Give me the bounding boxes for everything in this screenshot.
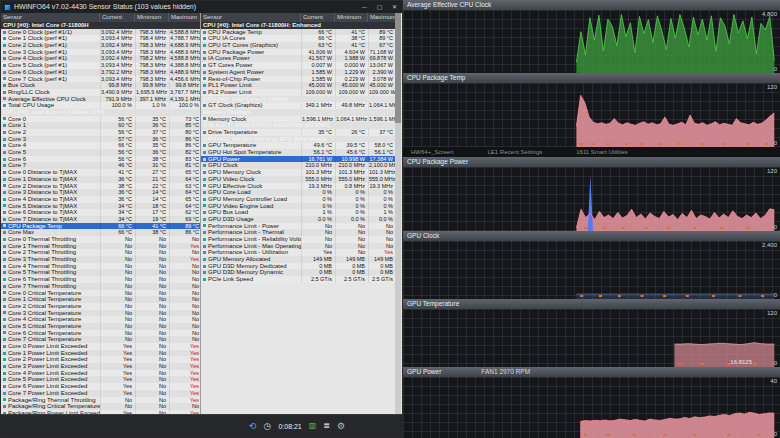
background-window-titlebar[interactable]: HW64+_Screen LE1 Recent Settings 1611 Sm…	[403, 147, 780, 157]
sensor-row[interactable]: Core 556 °C36 °C82 °C	[1, 149, 200, 156]
sensor-row[interactable]: Performance Limit - Max Operating Voltag…	[201, 243, 395, 250]
sensor-row[interactable]: Rest-of-Chip Power1.585 W0.229 W3.078 W	[201, 76, 395, 83]
minimize-button[interactable]: ─	[357, 1, 372, 13]
sensor-row[interactable]: Core 6 Thermal ThrottlingNoNoNo	[1, 276, 200, 283]
column-header-minimum[interactable]: Minimum	[335, 13, 368, 22]
sensor-row[interactable]: GPU Hot Spot Temperature56.1 °C45.6 °C56…	[201, 149, 395, 156]
sensor-row[interactable]: Core 7 Power Limit ExceededYesNoYes	[1, 390, 200, 397]
sensor-row[interactable]: Core 2 Critical TemperatureNoNoNo	[1, 303, 200, 310]
sensor-section-header[interactable]: CPU [#0]: Intel Core i7-11800H	[201, 96, 395, 103]
sensor-row[interactable]: GPU Video Clock555.0 MHz555.0 MHz555.0 M…	[201, 176, 395, 183]
sensor-row[interactable]: System Agent Power1.585 W1.229 W2.390 W	[201, 69, 395, 76]
sensor-section-header[interactable]: S.M.A.R.T.: ES00.5TO1G-EN2ETWN (BF2507)	[201, 122, 395, 129]
sensor-section-header[interactable]: CPU [#0]: Intel Core i7-11800H: Enhanced	[201, 22, 395, 29]
sensor-row[interactable]: Core 3 Distance to TjMAX36 °C14 °C64 °C	[1, 189, 200, 196]
sensor-row[interactable]: Core 1 Power Limit ExceededYesNoYes	[1, 350, 200, 357]
sensor-row[interactable]: Core 656 °C38 °C83 °C	[1, 156, 200, 163]
sensor-row[interactable]: Performance Limit - Reliability VoltageN…	[201, 236, 395, 243]
column-header-current[interactable]: Current	[301, 13, 335, 22]
sensor-row[interactable]: CPU GT Cores (Graphics)63 °C41 °C67 °C	[201, 42, 395, 49]
sensor-row[interactable]: PCIe Link Speed2.5 GT/s2.5 GT/s2.5 GT/s	[201, 276, 395, 283]
sensor-row[interactable]: GT Clock (Graphics)349.1 MHz49.8 MHz1,06…	[201, 102, 395, 109]
sensor-row[interactable]: Core 2 Power Limit ExceededYesNoYes	[1, 356, 200, 363]
sensor-row[interactable]: Core 357 °C36 °C86 °C	[1, 136, 200, 143]
reset-values-icon[interactable]: ⟲	[249, 415, 257, 437]
graph-titlebar[interactable]: CPU Package Power	[403, 157, 780, 167]
sensor-row[interactable]: GPU Clock210.0 MHz210.0 MHz2,100.0 MHz	[201, 162, 395, 169]
maximize-button[interactable]: ▢	[372, 1, 387, 13]
graph-icon[interactable]: ▥	[309, 415, 317, 437]
sensor-row[interactable]: Core 160 °C36 °C85 °C	[1, 122, 200, 129]
graph-titlebar[interactable]: GPU Temperature	[403, 299, 780, 309]
sensor-row[interactable]: Core 5 Power Limit ExceededYesNoYes	[1, 376, 200, 383]
sensor-row[interactable]: CPU Package Temp66 °C41 °C89 °C	[201, 29, 395, 36]
sensor-row[interactable]: GPU Memory Clock101.3 MHz101.3 MHz101.3 …	[201, 169, 395, 176]
vertical-scrollbar[interactable]	[395, 13, 401, 415]
graph-titlebar[interactable]: GPU Clock	[403, 231, 780, 241]
sensor-row[interactable]: Core 7 Distance to TjMAX34 °C19 °C69 °C	[1, 216, 200, 223]
sensor-row[interactable]: Core 3 Critical TemperatureNoNoNo	[1, 310, 200, 317]
column-header-minimum[interactable]: Minimum	[135, 13, 169, 22]
sensor-row[interactable]: Core 5 Critical TemperatureNoNoNo	[1, 323, 200, 330]
sensor-row[interactable]: Core 4 Critical TemperatureNoNoNo	[1, 316, 200, 323]
sensor-row[interactable]: GPU Core Load0 %0 %0 %	[201, 189, 395, 196]
sensor-row[interactable]: Memory Clock1,596.1 MHz1,064.1 MHz1,596.…	[201, 116, 395, 123]
sensor-row[interactable]: GT Cores Power0.007 W0.000 W13.067 W	[201, 62, 395, 69]
sensor-row[interactable]: GPU D3D Memory Dedicated0 MB0 MB0 MB	[201, 263, 395, 270]
graph-titlebar[interactable]: GPU PowerFAN1 2970 RPM	[403, 367, 780, 377]
sensor-row[interactable]: Core 3 Power Limit ExceededYesNoYes	[1, 363, 200, 370]
sensor-row[interactable]: Core 1 Critical TemperatureNoNoNo	[1, 296, 200, 303]
report-icon[interactable]: ≣	[323, 415, 330, 437]
sensor-row[interactable]: Core 056 °C35 °C73 °C	[1, 116, 200, 123]
sensor-row[interactable]: Core 1 Distance to TjMAX36 °C21 °C64 °C	[1, 176, 200, 183]
sensor-row[interactable]: Core 5 Distance to TjMAX34 °C18 °C64 °C	[1, 203, 200, 210]
sensor-row[interactable]: Core 2 Distance to TjMAX38 °C22 °C63 °C	[1, 183, 200, 190]
sensor-row[interactable]: Core 0 Thermal ThrottlingNoNoNo	[1, 236, 200, 243]
sensor-row[interactable]: Core 256 °C37 °C80 °C	[1, 129, 200, 136]
close-button[interactable]: ✕	[387, 1, 402, 13]
sensor-row[interactable]: Performance Limit - PowerNoNoNo	[201, 223, 395, 230]
sensor-row[interactable]: Performance Limit - UtilizationYesNoYes	[201, 249, 395, 256]
window-titlebar[interactable]: HWiNFO64 v7.02-4430 Sensor Status (103 v…	[1, 1, 402, 13]
sensor-section-header[interactable]: CPU [#0]: Intel Core i7-11800H: DTS	[1, 109, 200, 116]
sensor-row[interactable]: Core 4 Distance to TjMAX36 °C14 °C65 °C	[1, 196, 200, 203]
sensor-row[interactable]: Core 6 Distance to TjMAX34 °C17 °C62 °C	[1, 209, 200, 216]
sensor-row[interactable]: CPU IA Cores66 °C38 °C89 °C	[201, 35, 395, 42]
sensor-section-header[interactable]: Memory Timings	[201, 109, 395, 116]
sensor-row[interactable]: Core 7 Thermal ThrottlingNoNoNo	[1, 283, 200, 290]
sensor-row[interactable]: CPU Package Power41.606 W4.604 W71.168 W	[201, 49, 395, 56]
sensor-row[interactable]: Core 3 Thermal ThrottlingNoNoYes	[1, 256, 200, 263]
sensor-row[interactable]: Core 1 Clock (perf #1)3,093.4 MHz798.4 M…	[1, 35, 200, 42]
sensor-row[interactable]: Core 6 Clock (perf #1)3,792.2 MHz798.3 M…	[1, 69, 200, 76]
sensor-row[interactable]: Core 746 °C31 °C81 °C	[1, 162, 200, 169]
column-header-current[interactable]: Current	[100, 13, 135, 22]
sensor-row[interactable]: Bus Clock99.8 MHz99.8 MHz99.8 MHz	[1, 82, 200, 89]
sensor-row[interactable]: Core 0 Critical TemperatureNoNoNo	[1, 290, 200, 297]
sensor-row[interactable]: CPU Package Temp66 °C41 °C89 °C	[1, 223, 200, 230]
sensor-row[interactable]: GPU Power16.761 W10.998 W17.384 W	[201, 156, 395, 163]
sensor-row[interactable]: Core 0 Power Limit ExceededYesNoYes	[1, 343, 200, 350]
column-header-sensor[interactable]: Sensor	[201, 13, 301, 22]
sensor-row[interactable]: Core 7 Critical TemperatureNoNoNo	[1, 336, 200, 343]
column-header-maximum[interactable]: Maximum	[368, 13, 395, 22]
sensor-row[interactable]: Package/Ring Thermal ThrottlingNoNoYes	[1, 397, 200, 404]
sensor-row[interactable]: GPU Effective Clock19.3 MHz0.8 MHz19.3 M…	[201, 183, 395, 190]
graph-titlebar[interactable]: CPU Package Temp	[403, 73, 780, 83]
sensor-row[interactable]: PL1 Power Limit45.000 W45.000 W45.000 W	[201, 82, 395, 89]
graph-titlebar[interactable]: Average Effective CPU Clock	[403, 0, 780, 10]
sensor-row[interactable]: Core 0 Distance to TjMAX41 °C27 °C65 °C	[1, 169, 200, 176]
sensor-row[interactable]: Core 2 Thermal ThrottlingNoNoNo	[1, 249, 200, 256]
sensor-row[interactable]: Core 1 Thermal ThrottlingNoNoYes	[1, 243, 200, 250]
sensor-row[interactable]: GPU Bus Load1 %0 %1 %	[201, 209, 395, 216]
sensor-section-header[interactable]: GPU [#1]: NVIDIA GeForce RTX 3070 Mobile	[201, 136, 395, 143]
sensor-row[interactable]: GPU D3D Usage0.0 %0.0 %0.0 %	[201, 216, 395, 223]
sensor-row[interactable]: Core 2 Clock (perf #1)3,092.4 MHz798.3 M…	[1, 42, 200, 49]
sensor-row[interactable]: Total CPU Usage100.0 %1.0 %100.0 %	[1, 102, 200, 109]
sensor-section-header[interactable]: CPU [#0]: Intel Core i7-11800H	[1, 22, 200, 29]
sensor-row[interactable]: Package/Ring Critical TemperatureNoNoNo	[1, 403, 200, 410]
scrollbar-thumb[interactable]	[395, 13, 401, 123]
sensor-row[interactable]: Core 3 Clock (perf #1)3,093.4 MHz798.3 M…	[1, 49, 200, 56]
sensor-row[interactable]: Core 5 Clock (perf #1)3,093.4 MHz798.3 M…	[1, 62, 200, 69]
sensor-row[interactable]: PL2 Power Limit109.000 W109.000 W109.000…	[201, 89, 395, 96]
sensor-row[interactable]: Core 4 Power Limit ExceededYesNoYes	[1, 370, 200, 377]
